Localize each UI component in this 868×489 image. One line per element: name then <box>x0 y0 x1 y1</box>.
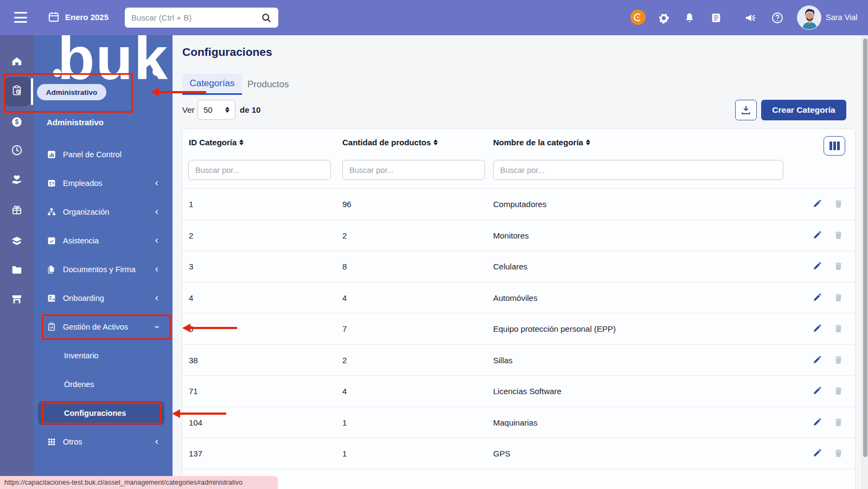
cell-id: 38 <box>189 355 198 364</box>
sidebar-item-empleados[interactable]: Empleados <box>34 169 173 197</box>
sidebar-item-label: Gestión de Activos <box>63 323 128 331</box>
edit-pencil-icon[interactable] <box>812 230 822 240</box>
edit-pencil-icon[interactable] <box>812 324 822 333</box>
page-size-select[interactable]: 50 <box>197 100 235 120</box>
sidebar-item-gestion-de-activos[interactable]: Gestión de Activos <box>34 312 173 341</box>
edit-pencil-icon[interactable] <box>812 199 822 209</box>
dollar-icon[interactable]: $ <box>10 115 23 128</box>
home-icon[interactable] <box>10 55 23 68</box>
cell-id: 2 <box>189 230 193 240</box>
edit-pencil-icon[interactable] <box>812 293 822 303</box>
megaphone-icon[interactable] <box>743 10 758 25</box>
table-row[interactable]: 1 96 Computadores <box>182 189 855 220</box>
cell-count: 2 <box>342 230 347 240</box>
folder-icon[interactable] <box>10 263 23 276</box>
delete-trash-icon[interactable] <box>834 293 843 303</box>
icon-rail: $ <box>0 35 34 489</box>
bar-chart-icon <box>47 150 56 159</box>
delete-trash-icon[interactable] <box>834 386 843 396</box>
news-icon[interactable] <box>709 10 724 25</box>
table-row[interactable]: 137 1 GPS <box>182 438 855 469</box>
search-input[interactable] <box>131 13 261 22</box>
delete-trash-icon[interactable] <box>834 324 843 333</box>
table-row[interactable]: 71 4 Licencias Software <box>182 376 855 407</box>
sidebar-item-onboarding[interactable]: Onboarding <box>34 284 173 312</box>
tab-categorias[interactable]: Categorías <box>182 74 242 95</box>
cell-name: GPS <box>493 449 510 458</box>
beacon-icon[interactable] <box>630 10 646 25</box>
id-badge-icon <box>47 178 56 188</box>
clipboard-clock-icon[interactable] <box>10 84 23 97</box>
clipboard-check-icon <box>47 322 56 332</box>
sidebar-item-label: Onboarding <box>63 294 104 303</box>
table-row[interactable]: 3 8 Celulares <box>182 251 855 282</box>
cell-count: 8 <box>342 262 347 271</box>
column-header-name[interactable]: Nombre de la categoría <box>493 138 590 147</box>
clock-icon[interactable] <box>10 144 23 157</box>
chevron-left-icon <box>153 237 161 244</box>
chevron-left-icon <box>153 294 161 302</box>
table-filter-row <box>182 157 855 189</box>
scrollbar-track[interactable] <box>861 35 868 489</box>
gift-icon[interactable] <box>10 203 23 216</box>
sidebar-item-label: Empleados <box>63 179 103 188</box>
table-row[interactable]: 104 1 Maquinarias <box>182 407 855 439</box>
delete-trash-icon[interactable] <box>834 448 843 458</box>
columns-toggle-button[interactable] <box>824 136 845 156</box>
current-period-label[interactable]: Enero 2025 <box>65 12 108 22</box>
user-name[interactable]: Sara Vial <box>826 13 858 22</box>
delete-trash-icon[interactable] <box>834 355 843 365</box>
column-header-count[interactable]: Cantidad de productos <box>342 138 438 147</box>
sidebar-item-inventario[interactable]: Inventario <box>34 341 173 370</box>
chevron-left-icon <box>153 438 161 446</box>
filter-input-name[interactable] <box>493 160 783 180</box>
download-button[interactable] <box>735 100 757 120</box>
filter-input-count[interactable] <box>342 160 485 180</box>
hamburger-icon[interactable] <box>14 12 27 23</box>
edit-pencil-icon[interactable] <box>812 417 822 427</box>
sidebar-item-label: Asistencia <box>63 236 99 245</box>
edit-pencil-icon[interactable] <box>812 448 822 458</box>
tab-productos[interactable]: Productos <box>247 74 289 95</box>
sidebar-item-asistencia[interactable]: Asistencia <box>34 226 173 255</box>
layers-icon[interactable] <box>10 234 23 247</box>
edit-pencil-icon[interactable] <box>812 386 822 396</box>
avatar[interactable] <box>797 5 821 30</box>
filter-input-id[interactable] <box>188 160 331 180</box>
sidebar-item-documentos-y-firma[interactable]: Documentos y Firma <box>34 255 173 284</box>
bell-icon[interactable] <box>682 10 697 25</box>
scrollbar-thumb[interactable] <box>863 38 867 457</box>
search-icon[interactable] <box>261 12 272 23</box>
hand-heart-icon[interactable] <box>10 173 23 186</box>
table-row[interactable]: 4 4 Automóviles <box>182 282 855 314</box>
edit-pencil-icon[interactable] <box>812 355 822 365</box>
gear-icon[interactable] <box>656 10 671 25</box>
sidebar-item-configuraciones[interactable]: Configuraciones <box>34 398 173 427</box>
download-icon <box>741 105 751 115</box>
table-row[interactable]: 5 7 Equipo protección personal (EPP) <box>182 313 855 345</box>
column-header-id[interactable]: ID Categoría <box>189 138 244 147</box>
help-icon[interactable] <box>770 10 785 25</box>
create-category-button[interactable]: Crear Categoría <box>761 100 846 120</box>
edit-pencil-icon[interactable] <box>812 261 822 271</box>
table-row[interactable]: 2 2 Monitores <box>182 220 855 252</box>
cell-name: Computadores <box>493 200 546 209</box>
store-icon[interactable] <box>10 293 23 306</box>
delete-trash-icon[interactable] <box>834 417 843 427</box>
sidebar-item-organizacion[interactable]: Organización <box>34 197 173 226</box>
categories-table-card: ID Categoría Cantidad de productos Nombr… <box>182 128 856 489</box>
delete-trash-icon[interactable] <box>834 230 843 240</box>
sidebar-item-label: Órdenes <box>64 380 94 389</box>
cell-name: Equipo protección personal (EPP) <box>493 324 616 333</box>
pager-total-label: de 10 <box>240 105 260 114</box>
sidebar-item-ordenes[interactable]: Órdenes <box>34 370 173 398</box>
sidebar-item-panel-de-control[interactable]: Panel de Control <box>34 140 173 169</box>
table-row[interactable]: 38 2 Sillas <box>182 345 855 376</box>
cell-name: Automóviles <box>493 293 538 302</box>
cell-count: 1 <box>342 449 347 458</box>
delete-trash-icon[interactable] <box>834 199 843 209</box>
sidebar-item-label: Documentos y Firma <box>63 265 136 274</box>
sidebar-item-otros[interactable]: Otros <box>34 427 173 456</box>
delete-trash-icon[interactable] <box>834 261 843 271</box>
cell-id: 5 <box>189 324 193 333</box>
